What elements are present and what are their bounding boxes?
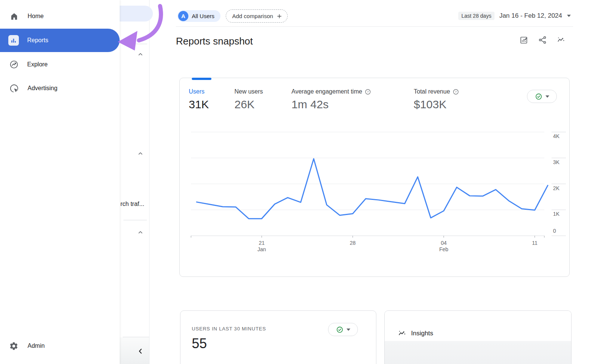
svg-text:3K: 3K [553, 159, 560, 165]
explore-icon [9, 60, 19, 69]
add-comparison-label: Add comparison [232, 13, 273, 19]
metric-tab-users[interactable]: Users 31K [189, 88, 209, 111]
metric-value: $103K [414, 98, 459, 111]
date-range-label: Jan 16 - Feb 12, 2024 [499, 12, 562, 20]
left-navigation: Home Reports Explore [0, 0, 120, 364]
caret-down-icon [347, 329, 350, 331]
gear-icon [9, 341, 18, 351]
check-circle-icon [535, 93, 542, 100]
main-content: A All Users Add comparison Last 28 days … [149, 0, 604, 364]
chevron-up-icon[interactable] [137, 150, 144, 157]
chevron-up-icon[interactable] [137, 51, 144, 58]
svg-text:?: ? [455, 90, 457, 94]
divider [123, 220, 147, 220]
plus-icon [276, 13, 283, 20]
divider [123, 337, 149, 337]
sidebar-item-label: Reports [27, 37, 48, 44]
report-nav-collapsed-strip: rch traf... [120, 0, 149, 364]
metric-value: 1m 42s [291, 98, 371, 111]
metric-label: Users [189, 88, 205, 95]
page-title: Reports snapshot [176, 35, 253, 47]
help-icon[interactable]: ? [365, 89, 371, 95]
audience-chip[interactable]: A All Users [177, 10, 220, 22]
users-line-chart: 4K3K2K1K021Jan2804Feb11 [188, 126, 569, 252]
check-circle-icon [336, 326, 344, 333]
sidebar-item-explore[interactable]: Explore [0, 57, 120, 72]
data-quality-dropdown[interactable] [527, 90, 557, 103]
strip-footer-area [120, 337, 149, 364]
avatar: A [178, 11, 188, 21]
sidebar-item-label: Explore [27, 61, 48, 68]
insights-placeholder [385, 341, 571, 364]
search-bar-remnant[interactable] [118, 6, 153, 22]
svg-text:Jan: Jan [257, 246, 266, 252]
realtime-title: USERS IN LAST 30 MINUTES [192, 326, 266, 332]
divider [128, 44, 147, 44]
sidebar-item-label: Advertising [28, 85, 57, 92]
realtime-card: USERS IN LAST 30 MINUTES 55 [180, 310, 376, 364]
data-quality-dropdown[interactable] [328, 323, 358, 336]
metric-tab-new-users[interactable]: New users 26K [234, 88, 263, 111]
ga4-reports-page: A All Users Add comparison Last 28 days … [0, 0, 604, 364]
svg-text:04: 04 [441, 240, 447, 246]
chevron-up-icon[interactable] [137, 229, 144, 236]
sidebar-item-home[interactable]: Home [0, 8, 120, 24]
caret-down-icon [545, 95, 549, 98]
svg-text:28: 28 [350, 240, 356, 246]
sidebar-item-admin[interactable]: Admin [0, 338, 120, 354]
share-icon[interactable] [538, 35, 547, 45]
metric-tab-total-revenue[interactable]: Total revenue ? $103K [414, 88, 459, 111]
sidebar-item-label: Home [28, 13, 44, 20]
svg-text:?: ? [367, 90, 369, 94]
bar-chart-icon [8, 35, 19, 46]
sidebar-item-advertising[interactable]: Advertising [0, 80, 120, 96]
topbar-divider [176, 26, 573, 27]
insights-header: Insights [385, 311, 571, 341]
insights-icon [398, 329, 407, 338]
svg-text:2K: 2K [553, 185, 560, 191]
customize-report-icon[interactable] [519, 35, 528, 45]
report-actions [519, 35, 565, 45]
overview-card: Users 31K New users 26K Average engageme… [179, 78, 570, 277]
svg-text:4K: 4K [553, 133, 560, 139]
insights-card: Insights [384, 310, 572, 364]
metric-label: Total revenue [414, 88, 450, 95]
date-preset-badge: Last 28 days [458, 12, 494, 20]
home-icon [10, 12, 18, 21]
svg-text:11: 11 [532, 240, 538, 246]
svg-text:Feb: Feb [439, 246, 448, 252]
svg-text:21: 21 [259, 240, 265, 246]
svg-text:1K: 1K [553, 211, 560, 217]
selected-metric-indicator [192, 78, 211, 80]
caret-down-icon [567, 15, 571, 17]
sidebar-item-reports[interactable]: Reports [0, 29, 120, 52]
insights-title: Insights [411, 330, 433, 337]
help-icon[interactable]: ? [453, 89, 459, 95]
metric-value: 26K [234, 98, 263, 111]
audience-chip-label: All Users [192, 13, 214, 19]
metric-label: Average engagement time [291, 88, 362, 95]
metric-value: 31K [189, 98, 209, 111]
metric-label: New users [234, 88, 263, 95]
collapse-nav-chevron-left-icon[interactable] [136, 347, 145, 355]
advertising-icon [9, 83, 19, 94]
svg-text:0: 0 [553, 228, 556, 234]
realtime-value: 55 [192, 336, 207, 352]
truncated-nav-item[interactable]: rch traf... [120, 201, 144, 207]
add-comparison-button[interactable]: Add comparison [226, 9, 288, 23]
metric-tab-avg-engagement-time[interactable]: Average engagement time ? 1m 42s [291, 88, 371, 111]
date-range-selector[interactable]: Last 28 days Jan 16 - Feb 12, 2024 [458, 11, 571, 21]
sidebar-item-label: Admin [28, 342, 45, 349]
insights-icon[interactable] [556, 35, 565, 45]
